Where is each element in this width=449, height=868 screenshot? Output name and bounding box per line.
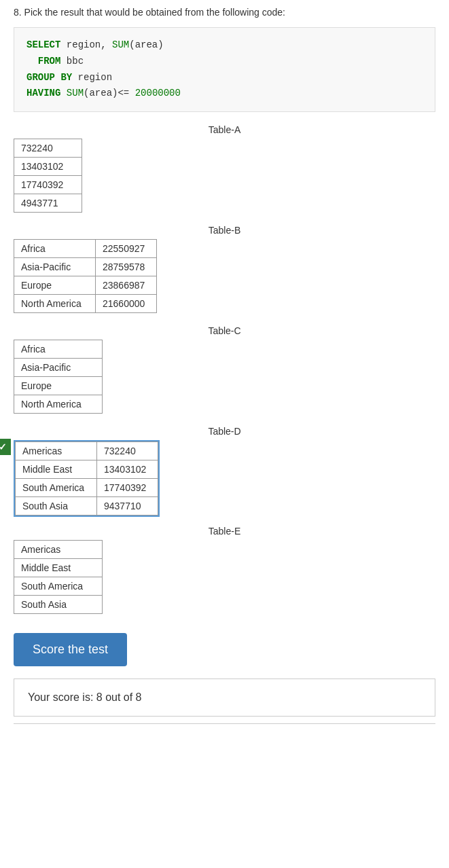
table-row: Europe23866987 <box>14 276 157 295</box>
table-row: South Asia9437710 <box>16 497 158 516</box>
table-d-highlight: Americas732240Middle East13403102South A… <box>14 440 160 517</box>
table-row: 4943771 <box>14 194 82 213</box>
table-row: Africa22550927 <box>14 240 157 258</box>
table-row: Asia-Pacific28759578 <box>14 258 157 276</box>
table-row: South America <box>14 577 103 596</box>
table-row: Europe <box>14 377 103 395</box>
table-row: South Asia <box>14 596 103 614</box>
table-row: 13403102 <box>14 158 82 176</box>
table-a-label: Table-A <box>14 124 435 135</box>
score-button-wrapper: Score the test <box>14 626 435 679</box>
table-row: Americas <box>14 541 103 559</box>
table-a-section: Table-A 73224013403102177403924943771 <box>14 124 435 213</box>
table-e: AmericasMiddle EastSouth AmericaSouth As… <box>14 540 103 614</box>
table-b-label: Table-B <box>14 225 435 236</box>
table-row: Americas732240 <box>16 442 158 460</box>
code-block: SELECT region, SUM(area) FROM bbc GROUP … <box>14 27 435 112</box>
table-d-section: Table-D ✓ Americas732240Middle East13403… <box>14 426 435 522</box>
score-result-text: Your score is: 8 out of 8 <box>28 691 142 703</box>
score-button[interactable]: Score the test <box>14 633 127 666</box>
table-e-label: Table-E <box>14 526 435 537</box>
table-d: Americas732240Middle East13403102South A… <box>15 441 158 516</box>
table-row: Asia-Pacific <box>14 359 103 377</box>
question-text: 8. Pick the result that would be obtaine… <box>14 7 435 18</box>
table-row: Middle East <box>14 559 103 577</box>
score-result-box: Your score is: 8 out of 8 <box>14 679 435 717</box>
table-e-section: Table-E AmericasMiddle EastSouth America… <box>14 526 435 614</box>
table-c: AfricaAsia-PacificEuropeNorth America <box>14 340 103 414</box>
table-d-label: Table-D <box>14 426 435 437</box>
table-row: 17740392 <box>14 176 82 194</box>
table-c-label: Table-C <box>14 325 435 336</box>
table-row: North America21660000 <box>14 295 157 313</box>
table-b: Africa22550927Asia-Pacific28759578Europe… <box>14 239 157 313</box>
table-row: South America17740392 <box>16 479 158 497</box>
bottom-divider <box>14 723 435 724</box>
table-c-section: Table-C AfricaAsia-PacificEuropeNorth Am… <box>14 325 435 414</box>
table-row: Middle East13403102 <box>16 460 158 479</box>
table-row: North America <box>14 395 103 414</box>
table-row: Africa <box>14 340 103 359</box>
table-a: 73224013403102177403924943771 <box>14 139 82 213</box>
check-icon: ✓ <box>0 439 11 455</box>
table-row: 732240 <box>14 139 82 158</box>
table-b-section: Table-B Africa22550927Asia-Pacific287595… <box>14 225 435 313</box>
